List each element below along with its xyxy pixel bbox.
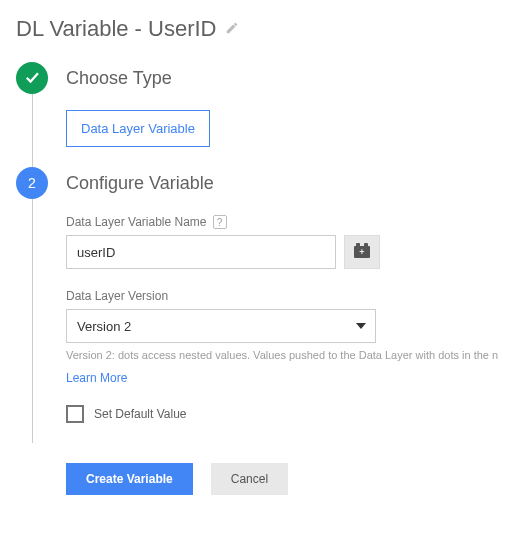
variable-name-label: Data Layer Variable Name ? xyxy=(66,215,523,229)
variable-name-row xyxy=(66,235,523,269)
help-icon[interactable]: ? xyxy=(213,215,227,229)
page-title: DL Variable - UserID xyxy=(16,16,523,42)
checkmark-icon xyxy=(23,68,41,89)
brick-icon xyxy=(354,246,370,258)
version-select[interactable]: Version 2 xyxy=(66,309,376,343)
field-variable-name: Data Layer Variable Name ? xyxy=(66,215,523,269)
step-configure-variable: 2 Configure Variable Data Layer Variable… xyxy=(16,167,523,443)
variable-name-label-text: Data Layer Variable Name xyxy=(66,215,207,229)
default-value-label: Set Default Value xyxy=(94,407,187,421)
step-number: 2 xyxy=(28,175,36,191)
field-version: Data Layer Version Version 2 Version 2: … xyxy=(66,289,523,385)
page-title-text: DL Variable - UserID xyxy=(16,16,217,42)
pencil-icon[interactable] xyxy=(225,21,239,38)
version-hint: Version 2: dots access nested values. Va… xyxy=(66,349,523,361)
step-badge-done xyxy=(16,62,48,94)
learn-more-link[interactable]: Learn More xyxy=(66,371,127,385)
default-value-row: Set Default Value xyxy=(66,405,523,423)
step1-title: Choose Type xyxy=(66,62,523,94)
step-badge-current: 2 xyxy=(16,167,48,199)
steps-container: Choose Type Data Layer Variable 2 Config… xyxy=(16,62,523,443)
default-value-checkbox[interactable] xyxy=(66,405,84,423)
action-buttons: Create Variable Cancel xyxy=(16,463,523,495)
step-connector-line xyxy=(32,199,33,443)
create-variable-button[interactable]: Create Variable xyxy=(66,463,193,495)
version-select-wrap: Version 2 xyxy=(66,309,376,343)
step-choose-type: Choose Type Data Layer Variable xyxy=(16,62,523,167)
step2-title: Configure Variable xyxy=(66,167,523,199)
selected-type-box[interactable]: Data Layer Variable xyxy=(66,110,210,147)
insert-variable-button[interactable] xyxy=(344,235,380,269)
cancel-button[interactable]: Cancel xyxy=(211,463,288,495)
variable-name-input[interactable] xyxy=(66,235,336,269)
version-label: Data Layer Version xyxy=(66,289,523,303)
step-connector-line xyxy=(32,94,33,167)
